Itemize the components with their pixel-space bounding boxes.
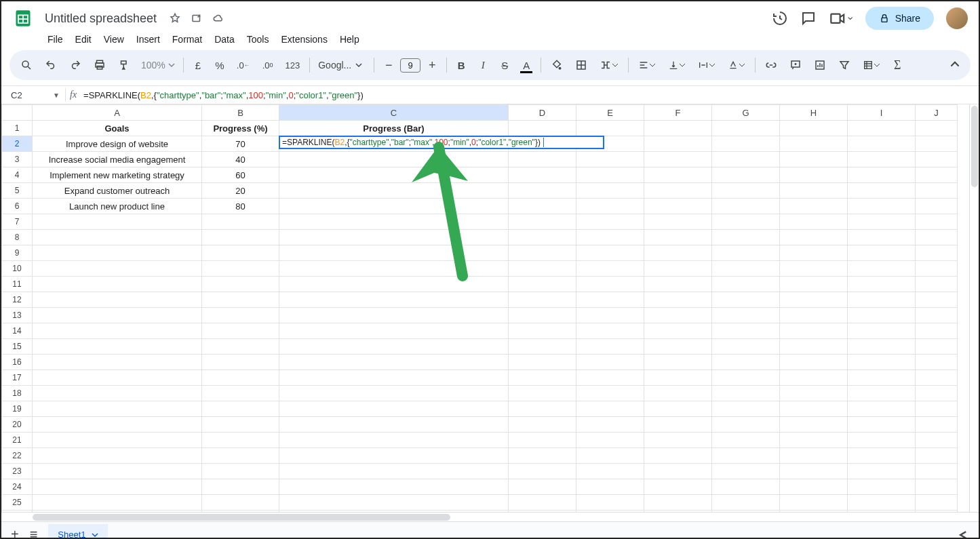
cell[interactable]	[644, 152, 712, 167]
cell[interactable]	[202, 511, 279, 513]
cell[interactable]	[202, 417, 279, 433]
cell[interactable]	[644, 511, 712, 513]
cell[interactable]	[644, 277, 712, 292]
vertical-scrollbar[interactable]	[969, 104, 979, 512]
cell[interactable]	[848, 183, 916, 199]
cell[interactable]	[279, 417, 509, 433]
cell[interactable]	[644, 323, 712, 339]
cell[interactable]	[509, 292, 576, 308]
formula-input[interactable]: =SPARKLINE(B2,{"charttype","bar";"max",1…	[83, 90, 364, 100]
cell[interactable]	[712, 121, 780, 136]
cell[interactable]	[848, 433, 916, 448]
cell[interactable]	[916, 261, 958, 277]
cell[interactable]	[202, 214, 279, 230]
cell[interactable]	[916, 464, 958, 479]
cell[interactable]	[202, 261, 279, 277]
cell[interactable]	[848, 448, 916, 464]
move-icon[interactable]	[191, 12, 203, 24]
sheets-logo[interactable]	[12, 7, 34, 29]
cell[interactable]	[33, 245, 202, 261]
cell[interactable]	[33, 261, 202, 277]
decrease-decimal-icon[interactable]: .0←	[231, 55, 256, 75]
cell[interactable]	[509, 464, 576, 479]
cell[interactable]	[279, 230, 509, 245]
cell[interactable]	[279, 511, 509, 513]
cell[interactable]	[576, 292, 644, 308]
cell[interactable]	[576, 199, 644, 214]
row-header[interactable]: 14	[2, 323, 33, 339]
cell[interactable]: Expand customer outreach	[33, 183, 202, 199]
cell[interactable]	[780, 292, 848, 308]
cell[interactable]	[576, 370, 644, 386]
menu-format[interactable]: Format	[167, 31, 208, 47]
cell[interactable]	[279, 199, 509, 214]
horizontal-scrollbar[interactable]	[1, 512, 979, 521]
cell[interactable]	[916, 386, 958, 401]
cell[interactable]	[644, 292, 712, 308]
rotate-icon[interactable]	[722, 55, 751, 75]
cell[interactable]	[644, 136, 712, 152]
cell[interactable]	[33, 417, 202, 433]
sheet-tab-active[interactable]: Sheet1	[48, 524, 107, 539]
comments-icon[interactable]	[800, 10, 817, 26]
cell[interactable]	[509, 495, 576, 511]
cell[interactable]	[509, 323, 576, 339]
cloud-status-icon[interactable]	[212, 12, 224, 24]
decrease-font-icon[interactable]: −	[378, 55, 399, 75]
cell[interactable]	[916, 245, 958, 261]
active-cell-editor[interactable]: =SPARKLINE(B2,{"charttype","bar";"max",1…	[279, 136, 604, 149]
cell[interactable]	[279, 214, 509, 230]
cell[interactable]	[916, 355, 958, 370]
functions-icon[interactable]: Σ	[887, 55, 907, 75]
cell[interactable]	[509, 370, 576, 386]
cell[interactable]	[916, 214, 958, 230]
cell[interactable]	[848, 245, 916, 261]
column-header[interactable]: B	[202, 105, 279, 121]
row-header[interactable]: 3	[2, 152, 33, 167]
cell[interactable]	[848, 464, 916, 479]
cell[interactable]	[712, 386, 780, 401]
cell[interactable]	[279, 464, 509, 479]
cell[interactable]	[916, 511, 958, 513]
cell[interactable]: Progress (%)	[202, 121, 279, 136]
cell[interactable]	[712, 448, 780, 464]
cell[interactable]	[780, 386, 848, 401]
cell[interactable]	[780, 323, 848, 339]
column-header[interactable]: E	[576, 105, 644, 121]
cell[interactable]	[780, 370, 848, 386]
cell[interactable]	[712, 136, 780, 152]
cell[interactable]	[916, 495, 958, 511]
row-header[interactable]: 25	[2, 495, 33, 511]
cell[interactable]	[509, 355, 576, 370]
cell[interactable]	[712, 167, 780, 183]
doc-title[interactable]: Untitled spreadsheet	[41, 10, 161, 27]
cell[interactable]	[509, 261, 576, 277]
cell[interactable]	[780, 355, 848, 370]
cell[interactable]	[848, 401, 916, 417]
cell[interactable]	[916, 136, 958, 152]
format-number-icon[interactable]: 123	[280, 55, 306, 75]
search-icon[interactable]	[15, 55, 38, 75]
cell[interactable]	[712, 308, 780, 323]
cell[interactable]	[712, 292, 780, 308]
strikethrough-icon[interactable]: S	[494, 55, 515, 75]
menu-tools[interactable]: Tools	[241, 31, 275, 47]
cell[interactable]	[644, 339, 712, 355]
cell[interactable]: Implement new marketing strategy	[33, 167, 202, 183]
cell[interactable]	[848, 167, 916, 183]
cell[interactable]	[848, 386, 916, 401]
column-header[interactable]: F	[644, 105, 712, 121]
cell[interactable]	[848, 308, 916, 323]
cell[interactable]	[509, 386, 576, 401]
cell[interactable]	[509, 308, 576, 323]
cell[interactable]	[202, 323, 279, 339]
text-color-icon[interactable]: A	[516, 55, 536, 75]
cell[interactable]	[644, 245, 712, 261]
print-icon[interactable]	[88, 55, 111, 75]
cell[interactable]	[509, 167, 576, 183]
cell[interactable]	[712, 277, 780, 292]
cell[interactable]	[509, 448, 576, 464]
cell[interactable]	[916, 199, 958, 214]
cell[interactable]: 40	[202, 152, 279, 167]
cell[interactable]	[202, 245, 279, 261]
